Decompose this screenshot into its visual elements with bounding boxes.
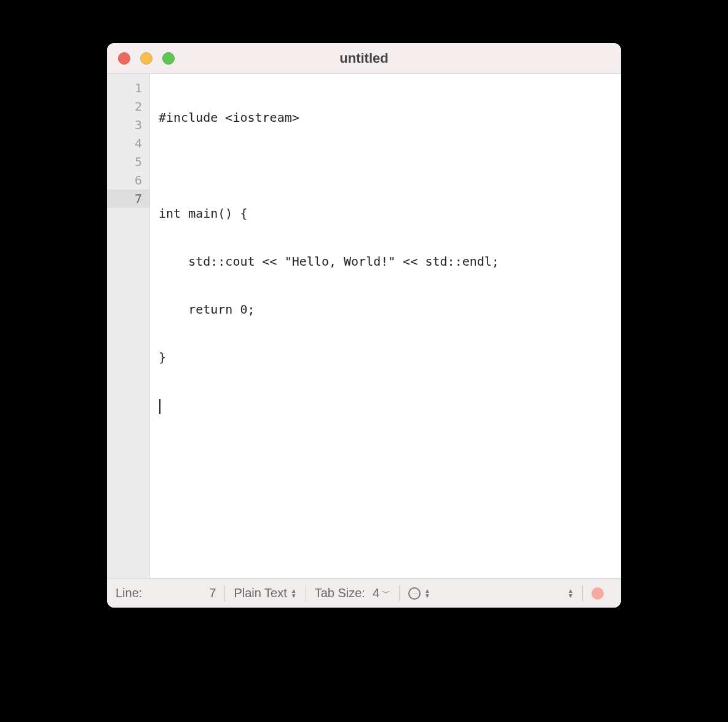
code-line[interactable]: std::cout << "Hello, World!" << std::end… bbox=[159, 252, 621, 271]
code-line[interactable]: int main() { bbox=[159, 204, 621, 223]
line-value: 7 bbox=[151, 586, 224, 600]
more-options[interactable]: ⋯ ▲▼ bbox=[400, 579, 439, 608]
status-indicator[interactable] bbox=[583, 579, 612, 608]
window-title: untitled bbox=[107, 50, 621, 66]
tab-size-selector[interactable]: Tab Size: 4 ﹀ bbox=[306, 579, 399, 608]
stepper-icon: ▲▼ bbox=[568, 589, 574, 598]
line-label: Line: bbox=[116, 579, 151, 608]
line-number-gutter[interactable]: 1 2 3 4 5 6 7 bbox=[107, 74, 150, 578]
ellipsis-circle-icon: ⋯ bbox=[408, 587, 421, 600]
close-button[interactable] bbox=[118, 52, 130, 65]
tab-size-label: Tab Size: bbox=[315, 586, 365, 600]
code-text-area[interactable]: #include <iostream> int main() { std::co… bbox=[150, 74, 621, 578]
statusbar: Line: 7 Plain Text ▲▼ Tab Size: 4 ﹀ ⋯ ▲▼… bbox=[107, 578, 621, 608]
traffic-lights bbox=[107, 52, 175, 65]
code-line[interactable]: return 0; bbox=[159, 300, 621, 319]
line-number[interactable]: 7 bbox=[107, 189, 149, 208]
line-number[interactable]: 3 bbox=[107, 116, 149, 134]
right-stepper[interactable]: ▲▼ bbox=[555, 579, 582, 608]
line-number[interactable]: 6 bbox=[107, 171, 149, 189]
line-number[interactable]: 1 bbox=[107, 79, 149, 97]
stepper-icon: ▲▼ bbox=[424, 589, 430, 598]
syntax-label: Plain Text bbox=[234, 586, 287, 600]
syntax-selector[interactable]: Plain Text ▲▼ bbox=[225, 579, 305, 608]
code-line[interactable] bbox=[159, 156, 621, 175]
code-line[interactable]: #include <iostream> bbox=[159, 108, 621, 127]
line-number[interactable]: 2 bbox=[107, 97, 149, 116]
code-line[interactable]: } bbox=[159, 348, 621, 367]
stepper-icon: ▲▼ bbox=[291, 589, 297, 598]
maximize-button[interactable] bbox=[162, 52, 175, 65]
minimize-button[interactable] bbox=[140, 52, 152, 65]
editor-window: untitled 1 2 3 4 5 6 7 #include <iostrea… bbox=[107, 43, 621, 608]
line-number[interactable]: 4 bbox=[107, 134, 149, 153]
code-line[interactable] bbox=[159, 396, 621, 415]
status-dot-icon bbox=[592, 587, 604, 600]
tab-size-value: 4 bbox=[373, 586, 379, 600]
chevron-down-icon: ﹀ bbox=[382, 588, 390, 599]
line-number[interactable]: 5 bbox=[107, 153, 149, 171]
titlebar[interactable]: untitled bbox=[107, 43, 621, 74]
text-cursor bbox=[159, 399, 160, 414]
editor-area: 1 2 3 4 5 6 7 #include <iostream> int ma… bbox=[107, 74, 621, 578]
